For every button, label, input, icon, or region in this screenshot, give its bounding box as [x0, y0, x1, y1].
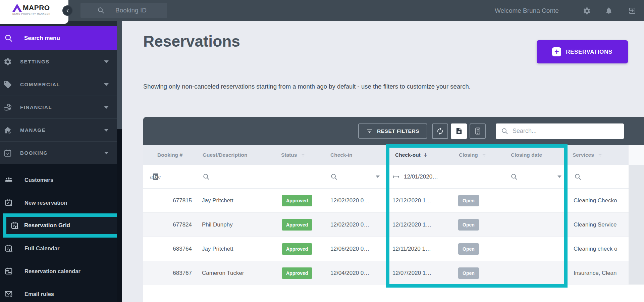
table-row[interactable]: 677824 Phil Dunphy Approved 12/02/2020 0… — [143, 213, 629, 237]
add-reservations-label: RESERVATIONS — [566, 49, 612, 55]
sidebar-scrollbar[interactable] — [117, 21, 122, 302]
logo-triangle-icon — [12, 4, 22, 12]
booking-number: 683767 — [143, 270, 195, 276]
sidebar-item-settings[interactable]: SETTINGS — [0, 50, 117, 73]
logout-button[interactable] — [627, 5, 638, 16]
grid-toolbar: RESET FILTERS — [143, 117, 644, 145]
sidebar-item-label: Search menu — [24, 35, 60, 42]
sidebar-item-financial[interactable]: FINANCIAL — [0, 96, 117, 119]
grid-vertical-scrollbar[interactable] — [629, 145, 644, 302]
sidebar-item-booking[interactable]: BOOKING — [0, 142, 117, 164]
status-badge: Approved — [282, 267, 312, 279]
column-header-services[interactable]: Services — [568, 145, 629, 165]
closing-badge: Open — [458, 243, 479, 255]
sidebar-item-label: COMMERCIAL — [20, 82, 60, 87]
search-icon — [511, 173, 518, 181]
sidebar-item-reservation-calendar[interactable]: Reservation calendar — [0, 260, 117, 283]
table-filter-row: abc 12/01/2020… — [143, 165, 629, 189]
gear-icon — [3, 57, 13, 66]
sidebar-item-label: Full Calendar — [24, 245, 60, 252]
status-badge: Approved — [282, 219, 312, 231]
guest-name: Jay Pritchett — [195, 197, 278, 204]
reset-filters-label: RESET FILTERS — [377, 128, 419, 134]
table-row[interactable]: 683764 Jay Pritchett Approved 12/06/2020… — [143, 237, 629, 261]
sidebar-item-email-rules[interactable]: Email rules — [0, 283, 117, 302]
filter-icon[interactable] — [481, 152, 487, 158]
checkin-date: 12/04/2020 0… — [324, 270, 386, 276]
checkin-filter[interactable] — [324, 165, 386, 188]
column-header-checkout[interactable]: Check-out↓ — [386, 145, 449, 165]
booking-id-input[interactable] — [115, 3, 166, 18]
checkin-date: 12/02/2020 0… — [324, 197, 386, 204]
column-header-status[interactable]: Status — [278, 145, 324, 165]
sidebar-item-label: MANAGE — [20, 127, 46, 133]
table-row[interactable]: 683767 Cameron Tucker Approved 12/04/202… — [143, 261, 629, 285]
sidebar-item-label: Email rules — [24, 291, 54, 297]
sidebar-collapse-button[interactable] — [62, 5, 73, 16]
checkout-date: 12/12/2020 1… — [386, 221, 449, 228]
grid-search-input[interactable] — [513, 124, 624, 139]
chevron-down-icon — [104, 83, 109, 86]
settings-gear-button[interactable] — [581, 5, 592, 16]
booking-id-search[interactable] — [80, 3, 167, 18]
closing-date-filter[interactable] — [503, 165, 568, 188]
table-row[interactable]: 677815 Jay Pritchett Approved 12/02/2020… — [143, 189, 629, 213]
column-header-checkin[interactable]: Check-in — [324, 145, 386, 165]
sidebar-item-commercial[interactable]: COMMERCIAL — [0, 73, 117, 96]
closing-filter[interactable] — [449, 165, 503, 188]
tag-icon — [3, 80, 13, 89]
chevron-down-icon[interactable] — [376, 175, 380, 178]
calendar-plus-icon — [4, 198, 13, 207]
column-header-guest[interactable]: Guest/Description — [195, 145, 278, 165]
column-header-closing-date[interactable]: Closing date — [503, 145, 568, 165]
people-icon — [4, 175, 13, 184]
reset-filters-button[interactable]: RESET FILTERS — [358, 123, 427, 139]
table-header-row: Booking # Guest/Description Status Check… — [143, 145, 629, 165]
checkin-date: 12/06/2020 0… — [324, 246, 386, 252]
guest-name: Jay Pritchett — [195, 246, 278, 252]
refresh-button[interactable] — [432, 123, 448, 139]
search-icon — [574, 173, 582, 181]
sidebar-item-search-menu[interactable]: Search menu — [0, 26, 117, 50]
export-file-button[interactable] — [451, 123, 467, 139]
services-filter[interactable] — [568, 165, 629, 188]
add-reservations-button[interactable]: + RESERVATIONS — [537, 40, 628, 63]
filter-icon[interactable] — [597, 152, 603, 158]
calendar-icon — [4, 267, 13, 275]
sidebar-item-full-calendar[interactable]: Full Calendar — [0, 237, 117, 260]
checkin-date: 12/02/2020 0… — [324, 221, 386, 228]
page-description: Showing only non-canceled reservations s… — [143, 83, 471, 90]
chevron-down-icon[interactable] — [557, 175, 561, 178]
scrollbar-thumb[interactable] — [117, 21, 122, 129]
checkout-filter[interactable]: 12/01/2020… — [386, 165, 449, 188]
sidebar-item-label: SETTINGS — [20, 59, 50, 64]
sidebar-item-customers[interactable]: Customers — [0, 168, 117, 191]
sidebar-item-new-reservation[interactable]: New reservation — [0, 191, 117, 214]
search-icon — [330, 173, 338, 181]
guest-name: Cameron Tucker — [195, 270, 278, 276]
grid-search[interactable] — [496, 123, 624, 139]
chevron-down-icon — [104, 129, 109, 132]
sidebar-item-label: New reservation — [24, 200, 67, 206]
sidebar-item-reservation-grid[interactable]: Reservation Grid — [3, 213, 121, 238]
services: Cleaning Checko — [568, 197, 629, 204]
brand-tagline: DEMO PROPERTY MANAGER — [12, 13, 68, 15]
booking-number: 677824 — [143, 221, 195, 228]
services: Cleaning check o — [568, 246, 629, 252]
booking-filter[interactable]: abc — [143, 165, 195, 188]
column-header-closing[interactable]: Closing — [449, 145, 503, 165]
filter-icon[interactable] — [300, 152, 306, 158]
status-badge: Approved — [282, 195, 312, 206]
services: Cleaning Service — [568, 221, 629, 228]
search-icon — [97, 7, 105, 14]
mobile-view-button[interactable] — [470, 123, 486, 139]
checkout-filter-value: 12/01/2020… — [404, 173, 438, 180]
filter-icon — [366, 128, 373, 135]
status-filter[interactable] — [278, 165, 324, 188]
guest-filter[interactable] — [195, 165, 278, 188]
sidebar-item-manage[interactable]: MANAGE — [0, 119, 117, 142]
plus-icon: + — [552, 47, 561, 56]
column-header-booking[interactable]: Booking # — [143, 145, 195, 165]
notifications-bell-button[interactable] — [603, 5, 614, 16]
search-icon — [203, 173, 210, 181]
